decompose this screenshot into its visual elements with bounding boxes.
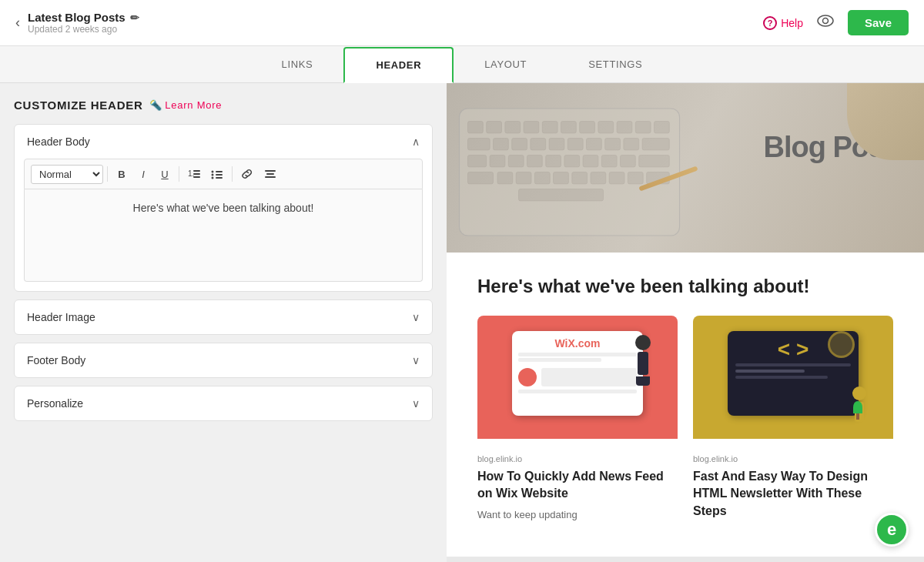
svg-rect-57: [519, 189, 604, 201]
svg-rect-30: [531, 139, 546, 150]
page-title-group: Latest Blog Posts ✏ Updated 2 weeks ago: [28, 11, 139, 35]
svg-rect-19: [524, 122, 539, 133]
card-title-html: Fast And Easy Way To Design HTML Newslet…: [693, 468, 893, 520]
svg-rect-31: [549, 139, 564, 150]
preview-button[interactable]: [817, 15, 834, 31]
svg-rect-24: [617, 122, 632, 133]
blog-card-html: < >: [693, 316, 893, 534]
accordion-personalize-title: Personalize: [27, 397, 83, 410]
edit-icon[interactable]: ✏: [130, 12, 139, 24]
format-select[interactable]: Normal Heading 1 Heading 2 Heading 3: [31, 165, 103, 184]
accordion-footer-body-toggle[interactable]: Footer Body ∨: [15, 343, 432, 377]
accordion-header-body-title: Header Body: [27, 135, 90, 148]
accordion-header-body: Header Body ∧ Normal Heading 1 Heading 2…: [14, 124, 433, 292]
card-content-wix: blog.elink.io How To Quickly Add News Fe…: [477, 439, 678, 528]
chevron-up-icon: ∧: [412, 135, 420, 148]
svg-point-10: [212, 177, 214, 179]
svg-rect-41: [546, 156, 561, 167]
right-panel: Latest Blog Posts Here's what we've been…: [447, 83, 924, 562]
person-head: [635, 335, 651, 350]
preview-content: Here's what we've been talking about! Wi…: [447, 253, 924, 557]
svg-point-8: [212, 174, 214, 176]
tab-links[interactable]: LINKS: [251, 46, 344, 82]
person-body: [638, 352, 648, 375]
svg-rect-46: [639, 156, 670, 167]
align-icon: [264, 169, 276, 179]
html-tree: [853, 401, 862, 420]
svg-rect-9: [216, 174, 223, 176]
svg-rect-25: [635, 122, 651, 133]
wix-line-2: [518, 358, 601, 362]
align-button[interactable]: [259, 164, 281, 184]
svg-rect-35: [624, 139, 639, 150]
svg-rect-40: [527, 156, 543, 167]
svg-rect-20: [542, 122, 557, 133]
person-legs: [636, 376, 650, 386]
svg-rect-4: [193, 173, 200, 175]
accordion-footer-body-title: Footer Body: [27, 354, 85, 366]
ordered-list-icon: 1.: [188, 169, 200, 179]
panel-heading: CUSTOMIZE HEADER 🔦 Learn More: [14, 99, 433, 112]
svg-rect-34: [605, 139, 621, 150]
svg-rect-3: [193, 170, 200, 172]
accordion-personalize-toggle[interactable]: Personalize ∨: [15, 386, 432, 420]
wix-bar: [541, 368, 637, 386]
svg-rect-29: [512, 139, 527, 150]
topbar: ‹ Latest Blog Posts ✏ Updated 2 weeks ag…: [0, 0, 924, 46]
editor-toolbar: Normal Heading 1 Heading 2 Heading 3 B I…: [24, 159, 423, 189]
page-title: Latest Blog Posts ✏: [28, 11, 139, 24]
wix-dots-row: [518, 368, 637, 386]
html-line-3: [735, 376, 828, 379]
card-desc-wix: Want to keep updating: [477, 509, 678, 520]
card-content-html: blog.elink.io Fast And Easy Way To Desig…: [693, 439, 893, 534]
accordion-header-image-title: Header Image: [27, 311, 95, 323]
nav-tabs: LINKS HEADER LAYOUT SETTINGS: [0, 46, 924, 83]
editor-content[interactable]: Here's what we've been talking about!: [24, 189, 423, 282]
toolbar-divider-3: [232, 166, 233, 182]
tab-layout[interactable]: LAYOUT: [454, 46, 557, 82]
accordion-header-image-toggle[interactable]: Header Image ∨: [15, 300, 432, 334]
svg-rect-33: [587, 139, 602, 150]
unordered-list-icon: [211, 169, 223, 179]
underline-button[interactable]: U: [155, 164, 175, 184]
back-button[interactable]: ‹: [15, 15, 20, 31]
svg-rect-32: [567, 139, 583, 150]
card-image-wix: WiX.com: [477, 316, 678, 439]
svg-rect-47: [468, 172, 494, 184]
bold-button[interactable]: B: [112, 164, 132, 184]
wix-line-1: [518, 353, 637, 356]
tree-trunk: [856, 413, 859, 420]
html-line-1: [735, 363, 851, 366]
svg-rect-22: [580, 122, 595, 133]
svg-rect-54: [609, 172, 624, 184]
chevron-down-icon-2: ∨: [412, 354, 420, 366]
svg-rect-38: [490, 156, 505, 167]
help-button[interactable]: ? Help: [763, 16, 803, 30]
tab-settings[interactable]: SETTINGS: [557, 46, 673, 82]
italic-button[interactable]: I: [133, 164, 153, 184]
link-icon: [241, 169, 253, 179]
blog-card-wix: WiX.com: [477, 316, 678, 534]
ordered-list-button[interactable]: 1.: [183, 164, 205, 184]
unordered-list-button[interactable]: [206, 164, 228, 184]
accordion-header-body-toggle[interactable]: Header Body ∧: [15, 125, 432, 159]
link-button[interactable]: [236, 164, 258, 184]
svg-rect-13: [266, 173, 274, 175]
svg-rect-39: [508, 156, 524, 167]
svg-point-0: [818, 15, 833, 26]
svg-rect-48: [497, 172, 513, 184]
learn-more-link[interactable]: 🔦 Learn More: [149, 99, 223, 111]
tab-header[interactable]: HEADER: [343, 47, 454, 83]
svg-rect-16: [468, 122, 484, 133]
card-source-wix: blog.elink.io: [477, 454, 678, 463]
svg-rect-37: [468, 156, 487, 167]
html-circle-decoration: [828, 331, 855, 358]
svg-rect-42: [564, 156, 580, 167]
svg-rect-53: [591, 172, 606, 184]
svg-rect-21: [561, 122, 577, 133]
elink-badge: e: [875, 513, 909, 547]
save-button[interactable]: Save: [848, 10, 909, 35]
preview-area: Latest Blog Posts Here's what we've been…: [447, 83, 924, 562]
eye-icon: [817, 15, 834, 27]
svg-rect-12: [265, 170, 276, 172]
